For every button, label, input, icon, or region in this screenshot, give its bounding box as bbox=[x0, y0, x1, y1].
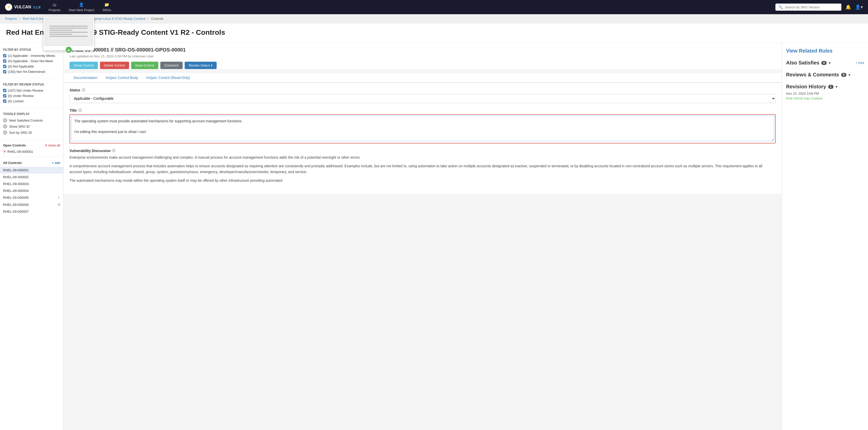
filter-does-not-meet-checkbox[interactable] bbox=[3, 59, 6, 63]
filter-not-yet-determined-label: (193) Not Yet Determined bbox=[8, 70, 45, 74]
filter-not-under-review-checkbox[interactable] bbox=[3, 89, 6, 92]
control-body: Status ⓘ Applicable - Configurable Appli… bbox=[63, 83, 782, 194]
revision-history-title-group: Revision History 1 ▾ bbox=[786, 84, 837, 90]
filter-not-yet-determined-checkbox[interactable] bbox=[3, 70, 6, 74]
tab-documentation[interactable]: Documentation bbox=[69, 73, 101, 83]
status-label-text: Status bbox=[69, 88, 81, 92]
save-control-button[interactable]: Save Control bbox=[131, 62, 158, 69]
nav-srgs[interactable]: 📁 SRGs bbox=[102, 2, 111, 12]
sidebar: Filter by Status (1) Applicable - Inhere… bbox=[0, 43, 63, 430]
review-status-button[interactable]: Review Status ▾ bbox=[185, 62, 217, 69]
filter-not-applicable: (0) Not Applicable bbox=[3, 64, 60, 69]
filter-inherently-meets-label: (1) Applicable - Inherently Meets bbox=[8, 54, 55, 58]
view-related-rules-section: View Related Rules bbox=[786, 48, 864, 54]
filter-not-under-review: (197) Not Under Review bbox=[3, 88, 60, 93]
status-select[interactable]: Applicable - Configurable Applicable - I… bbox=[69, 94, 776, 103]
nav-start-project-label: Start New Project bbox=[69, 8, 94, 12]
review-status-label: Review Status bbox=[189, 63, 210, 67]
delete-control-button[interactable]: Delete Control bbox=[100, 62, 129, 69]
filter-inherently-meets-checkbox[interactable] bbox=[3, 54, 6, 57]
filter-locked-checkbox[interactable] bbox=[3, 99, 6, 103]
toggle-show-srg-id[interactable]: Show SRG ID bbox=[3, 123, 60, 130]
breadcrumb-sep-1: / bbox=[20, 17, 21, 21]
filter-under-review-checkbox[interactable] bbox=[3, 94, 6, 97]
revision-history-chevron-icon[interactable]: ▾ bbox=[836, 85, 837, 89]
breadcrumb-current: Controls bbox=[151, 17, 163, 21]
user-menu-icon[interactable]: 👤▾ bbox=[855, 4, 863, 10]
preview-collapse-button[interactable]: ▲ bbox=[66, 47, 72, 53]
toggle-display-section: Toggle Display Nest Satisfied Controls S… bbox=[0, 110, 63, 138]
filter-status-section: Filter by Status (1) Applicable - Inhere… bbox=[0, 46, 63, 77]
also-satisfies-add-button[interactable]: + Add bbox=[855, 61, 864, 65]
control-icon-download: ⇩ bbox=[57, 196, 60, 200]
control-item-2[interactable]: RHEL-09-000003 bbox=[0, 180, 63, 187]
add-control-link[interactable]: + add bbox=[52, 161, 60, 165]
filter-not-applicable-checkbox[interactable] bbox=[3, 65, 6, 68]
filter-review-title: Filter by Review Status bbox=[3, 83, 60, 86]
control-item-6[interactable]: RHEL-09-000007 bbox=[0, 208, 63, 215]
control-item-icons-5: ⧉ bbox=[58, 203, 60, 207]
comment-button[interactable]: Comment bbox=[160, 62, 183, 69]
title-textarea[interactable]: The operating system must provide automa… bbox=[71, 116, 774, 141]
control-id-2: RHEL-09-000003 bbox=[3, 182, 29, 186]
notifications-bell-icon[interactable]: 🔔 bbox=[845, 4, 851, 10]
title-label-text: Title bbox=[69, 108, 77, 112]
nav-start-new-project[interactable]: 👤 Start New Project bbox=[69, 2, 94, 12]
open-control-item[interactable]: ✕ RHEL-09-000001 bbox=[0, 149, 63, 154]
control-item-1[interactable]: RHEL-09-000002 bbox=[0, 174, 63, 180]
revision-link-0[interactable]: Rule 26518 was Created bbox=[786, 96, 864, 100]
preview-line-1 bbox=[50, 26, 88, 27]
revision-history-header: Revision History 1 ▾ bbox=[786, 84, 864, 90]
control-last-updated: Last updated on Nov 15, 2024 3:09 PM by … bbox=[69, 54, 776, 58]
filter-not-applicable-label: (0) Not Applicable bbox=[8, 64, 34, 68]
control-id-3: RHEL-09-000004 bbox=[3, 189, 29, 193]
nav-links: 🗂 Projects 👤 Start New Project bbox=[49, 2, 767, 12]
control-id-0: RHEL-09-000001 bbox=[3, 168, 29, 172]
control-item-0[interactable]: RHEL-09-000001 bbox=[0, 167, 63, 174]
toggle-nest-dot bbox=[3, 118, 7, 122]
reviews-comments-badge: 0 bbox=[841, 73, 846, 77]
clone-control-button[interactable]: Clone Control bbox=[69, 62, 98, 69]
toggle-sort-dot bbox=[3, 131, 7, 135]
toggle-sort-srg-id[interactable]: Sort by SRG ID bbox=[3, 130, 60, 136]
open-control-id: RHEL-09-000001 bbox=[7, 150, 33, 153]
also-satisfies-badge: 0 bbox=[821, 61, 827, 65]
vuln-discussion-content: Enterprise environments make account man… bbox=[69, 154, 776, 183]
close-all-link[interactable]: ✕ close all bbox=[44, 144, 60, 147]
sidebar-divider-3 bbox=[0, 140, 63, 140]
reviews-comments-title: Reviews & Comments bbox=[786, 72, 839, 78]
title-box-outer: The operating system must provide automa… bbox=[69, 114, 776, 143]
toggle-display-title: Toggle Display bbox=[3, 112, 60, 116]
toggle-srg-label: Show SRG ID bbox=[9, 125, 30, 128]
tab-inspec-body[interactable]: InSpec Control Body bbox=[101, 73, 142, 83]
vuln-discussion-para-0: Enterprise environments make account man… bbox=[69, 154, 776, 160]
vuln-discussion-info-icon[interactable]: ⓘ bbox=[112, 148, 116, 153]
status-info-icon[interactable]: ⓘ bbox=[82, 88, 85, 92]
search-input[interactable] bbox=[785, 5, 838, 9]
brand-logo[interactable]: ⚡ VULCAN 2.1.8 bbox=[5, 4, 40, 11]
control-item-3[interactable]: RHEL-09-000004 bbox=[0, 187, 63, 194]
breadcrumb-sep-3: / bbox=[148, 17, 149, 21]
control-item-5[interactable]: RHEL-09-000006 ⧉ bbox=[0, 201, 63, 208]
page-title: Red Hat Enterprise Linux 9 STIG-Ready Co… bbox=[6, 28, 862, 36]
revision-date-0: Nov 15, 2024 3:09 PM bbox=[786, 92, 864, 95]
search-icon: 🔍 bbox=[778, 5, 783, 9]
title-info-icon[interactable]: ⓘ bbox=[79, 108, 82, 113]
toggle-nest-satisfied[interactable]: Nest Satisfied Controls bbox=[3, 117, 60, 123]
also-satisfies-chevron-icon[interactable]: ▾ bbox=[829, 61, 831, 65]
preview-line-2 bbox=[50, 28, 88, 29]
search-box[interactable]: 🔍 bbox=[775, 4, 841, 11]
tab-inspec-readonly[interactable]: InSpec Control (Read-Only) bbox=[142, 73, 194, 83]
control-tabs: Documentation InSpec Control Body InSpec… bbox=[63, 73, 782, 83]
view-related-rules-link[interactable]: View Related Rules bbox=[786, 48, 864, 54]
reviews-comments-chevron-icon[interactable]: ▾ bbox=[848, 73, 850, 77]
nav-projects[interactable]: 🗂 Projects bbox=[49, 3, 61, 12]
status-field: Status ⓘ Applicable - Configurable Appli… bbox=[69, 88, 776, 103]
toggle-sort-label: Sort by SRG ID bbox=[9, 131, 32, 135]
all-controls-header: All Controls + add bbox=[0, 159, 63, 167]
control-item-icons-4: ⇩ bbox=[57, 196, 60, 200]
app-name: VULCAN bbox=[14, 5, 31, 9]
breadcrumb-projects[interactable]: Projects bbox=[5, 17, 17, 21]
all-controls-title: All Controls bbox=[3, 161, 22, 165]
control-item-4[interactable]: RHEL-09-000005 ⇩ bbox=[0, 194, 63, 201]
